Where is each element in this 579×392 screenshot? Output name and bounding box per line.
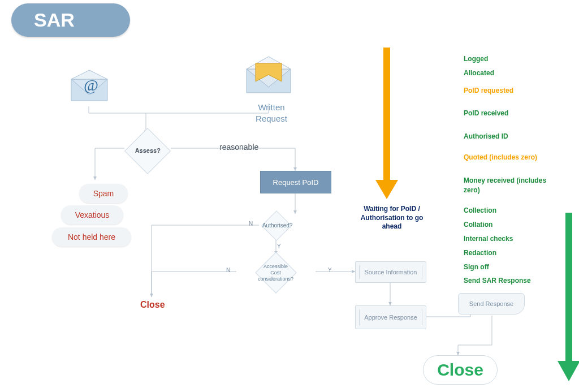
legend-item: Send SAR Response [464,276,560,286]
authorised-label: Authorised? [262,222,291,229]
accessible-decision: Accessible Cost considerations? [255,252,297,294]
legend-item: Quoted (includes zero) [464,153,560,162]
outcome-vexatious: Vexatious [61,205,123,225]
accessible-label: Accessible Cost considerations? [258,264,293,282]
request-poid-process: Request PoID [260,171,331,193]
authorised-decision: Authorised? [261,210,292,241]
legend-item: PoID received [464,109,560,118]
legend-item: Allocated [464,68,560,78]
send-response-process: Send Response [458,293,525,315]
close-end-terminator: Close [423,355,498,385]
svg-rect-10 [565,213,572,362]
legend-list: LoggedAllocatedPoID requestedPoID receiv… [464,50,560,286]
written-request-label: Written Request [249,102,294,124]
source-information-process: Source Information [355,261,426,283]
legend-item: Collection [464,206,560,216]
legend-item: Authorised ID [464,132,560,141]
legend-item: Logged [464,54,560,64]
svg-rect-8 [383,48,390,181]
assess-decision: Assess? [124,128,171,174]
approve-response-process: Approve Response [355,305,426,329]
legend-item: Collation [464,220,560,230]
legend-item: Redaction [464,248,560,258]
authorised-yes: Y [277,243,281,249]
accessible-no: N [226,267,230,273]
assess-label: Assess? [132,147,163,154]
legend-item: Sign off [464,262,560,272]
page-title: SAR [11,3,130,37]
svg-marker-9 [375,180,398,199]
close-terminator: Close [140,300,165,310]
svg-marker-11 [558,361,579,381]
legend-item: Internal checks [464,234,560,244]
authorised-no: N [249,221,253,227]
progress-arrow-icon [558,213,579,385]
reasonable-label: reasonable [219,143,258,152]
letter-icon [243,55,294,101]
legend-item: Money received (includes zero) [464,176,560,195]
legend-item: PoID requested [464,86,560,96]
accessible-yes: Y [328,267,332,273]
svg-text:@: @ [84,76,98,94]
waiting-arrow-icon [375,48,398,203]
outcome-not-held: Not held here [52,227,131,247]
outcome-spam: Spam [79,184,128,203]
waiting-caption: Waiting for PoID / Authorisation to go a… [355,205,429,231]
email-icon: @ [67,68,112,107]
